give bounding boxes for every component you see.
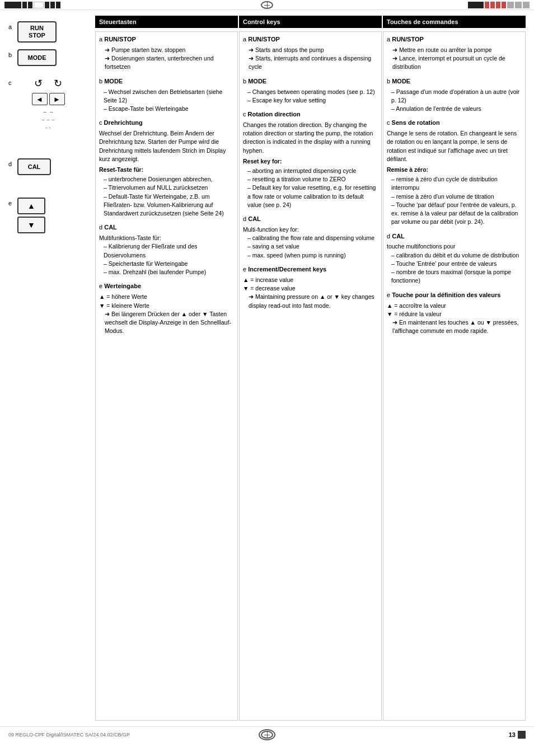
bar-block	[502, 2, 506, 8]
columns-header: Steuertasten Control keys Touches de com…	[95, 16, 526, 28]
top-bar-left	[0, 0, 65, 10]
english-a-item-2: ➜ Starts, interrupts and continues a dis…	[243, 54, 378, 71]
german-a-item-1: ➜ Pumpe starten bzw. stoppen	[99, 46, 234, 54]
english-c-sub-2: – resetting a titration volume to ZERO	[243, 175, 378, 184]
french-a-item-2: ➜ Lance, interrompt et poursuit un cycle…	[387, 54, 522, 71]
dir-dashes: – –	[43, 109, 53, 115]
dash-1: –	[43, 109, 46, 115]
down-triangle-icon: ▼	[27, 220, 35, 229]
french-e-title: e Touche pour la définition des valeurs	[387, 291, 522, 300]
french-c-sub-title: Remise à zéro:	[387, 166, 522, 174]
english-column: a RUN/STOP ➜ Starts and stops the pump ➜…	[239, 31, 382, 721]
german-d-body: Multifunktions-Taste für:	[99, 234, 234, 242]
cal-button[interactable]: CAL	[17, 158, 51, 175]
right-panel: Steuertasten Control keys Touches de com…	[87, 16, 534, 721]
tiny-dash-2: -	[49, 125, 51, 130]
inc-dec-panel: ▲ ▼	[17, 198, 45, 233]
english-section-d: d CAL Multi-function key for: – calibrat…	[243, 215, 378, 260]
increment-button[interactable]: ▲	[17, 198, 45, 214]
columns-body: a RUN/STOP ➜ Pumpe starten bzw. stoppen …	[95, 31, 526, 721]
top-bar	[0, 0, 534, 10]
english-c-sub-3: – Default key for value resetting, e.g. …	[243, 184, 378, 209]
label-e: e	[8, 198, 17, 206]
english-b-item-1: – Changes between operating modes (see p…	[243, 88, 378, 96]
dir-right-button[interactable]: ►	[49, 93, 65, 105]
german-c-sub-2: – Titriervolumen auf NULL zurücksetzen	[99, 184, 234, 192]
bar-block	[28, 2, 32, 8]
dir-tiny-dashes: - -	[46, 125, 51, 130]
dir-left-button[interactable]: ◄	[32, 93, 48, 105]
direction-panel: ↺ ↻ ◄ ► – – – – – - -	[17, 77, 79, 130]
row-a: a RUN STOP	[8, 21, 81, 43]
up-triangle-icon: ▲	[27, 201, 35, 210]
french-b-title: b MODE	[387, 77, 522, 86]
english-section-c: c Rotation direction Changes the rotatio…	[243, 110, 378, 209]
german-c-sub-1: – unterbrochene Dosierungen abbrechen,	[99, 175, 234, 184]
french-e-item-1: ▲ = accroître la valeur	[387, 302, 522, 310]
bar-block	[45, 2, 49, 8]
tiny-dash-1: -	[46, 125, 48, 130]
french-d-sub-3: – nombre de tours maximal (lorsque la po…	[387, 268, 522, 285]
french-b-item-2: – Annulation de l'entrée de valeurs	[387, 105, 522, 113]
row-c: c ↺ ↻ ◄ ► – – – – –	[8, 77, 81, 136]
footer-text: 09 REGLO-CPF Digital/ISMATEC SA/24.04.02…	[8, 732, 130, 738]
top-center-crosshair	[261, 1, 273, 9]
english-c-title: c Rotation direction	[243, 110, 378, 119]
german-d-sub-2: – Speichertaste für Werteingabe	[99, 260, 234, 268]
french-c-sub-2: – remise à zéro d'un volume de titration	[387, 192, 522, 201]
english-e-item-1: ▲ = increase value	[243, 276, 378, 284]
german-a-item-2: ➜ Dosierungen starten, unterbrechen und …	[99, 54, 234, 71]
french-e-item-2: ▼ = réduire la valeur	[387, 310, 522, 318]
french-b-item-1: – Passage d'un mode d'opération à un aut…	[387, 88, 522, 105]
french-section-a: a RUN/STOP ➜ Mettre en route ou arrêter …	[387, 35, 522, 72]
french-section-b: b MODE – Passage d'un mode d'opération à…	[387, 77, 522, 114]
english-d-sub-3: – max. speed (when pump is running)	[243, 251, 378, 260]
bar-block	[523, 2, 530, 8]
cw-arrow-icon[interactable]: ↻	[54, 77, 62, 90]
english-b-title: b MODE	[243, 77, 378, 86]
german-c-sub-3: – Default-Taste für Werteingabe, z.B. um…	[99, 192, 234, 218]
bottom-crosshair	[259, 729, 275, 740]
english-section-e: e Increment/Decrement keys ▲ = increase …	[243, 265, 378, 310]
ccw-arrow-icon[interactable]: ↺	[34, 77, 43, 90]
german-header: Steuertasten	[95, 16, 238, 28]
german-section-e: e Werteingabe ▲ = höhere Werte ▼ = klein…	[99, 282, 234, 335]
decrement-button[interactable]: ▼	[17, 217, 45, 233]
german-section-d: d CAL Multifunktions-Taste für: – Kalibr…	[99, 223, 234, 276]
top-bar-right	[463, 0, 534, 10]
bar-block	[468, 2, 484, 8]
english-header: Control keys	[239, 16, 382, 28]
row-e: e ▲ ▼	[8, 198, 81, 233]
german-b-item-2: – Escape-Taste bei Werteingabe	[99, 105, 234, 113]
french-c-sub-3: – Touche 'par défaut' pour l'entrée de v…	[387, 201, 522, 227]
footer: 09 REGLO-CPF Digital/ISMATEC SA/24.04.02…	[0, 726, 534, 742]
stop-label: STOP	[29, 32, 45, 39]
german-section-c: c Drehrichtung Wechsel der Drehrichtung.…	[99, 119, 234, 218]
german-section-a: a RUN/STOP ➜ Pumpe starten bzw. stoppen …	[99, 35, 234, 72]
english-e-item-2: ▼ = decrease value	[243, 284, 378, 293]
german-e-item-3: ➜ Bei längerem Drücken der ▲ oder ▼ Tast…	[99, 310, 234, 336]
small-dash-2: –	[46, 117, 49, 123]
german-e-item-2: ▼ = kleinere Werte	[99, 302, 234, 310]
english-section-a: a RUN/STOP ➜ Starts and stops the pump ➜…	[243, 35, 378, 72]
bar-block	[485, 2, 489, 8]
french-section-e: e Touche pour la définition des valeurs …	[387, 291, 522, 336]
german-section-b: b MODE – Wechsel zwischen den Betriebsar…	[99, 77, 234, 114]
run-stop-button[interactable]: RUN STOP	[17, 21, 57, 43]
mode-button[interactable]: MODE	[17, 49, 57, 66]
left-panel: a RUN STOP b MODE c ↺ ↻ ◄ ►	[0, 16, 87, 721]
german-e-title: e Werteingabe	[99, 282, 234, 291]
english-b-item-2: – Escape key for value setting	[243, 96, 378, 105]
german-column: a RUN/STOP ➜ Pumpe starten bzw. stoppen …	[95, 31, 238, 721]
english-a-item-1: ➜ Starts and stops the pump	[243, 46, 378, 54]
english-c-sub-1: – aborting an interrupted dispensing cyc…	[243, 167, 378, 175]
german-d-sub-1: – Kalibrierung der Fließrate und des Dos…	[99, 242, 234, 259]
french-a-title: a RUN/STOP	[387, 35, 522, 44]
german-d-title: d CAL	[99, 223, 234, 232]
main-content: a RUN STOP b MODE c ↺ ↻ ◄ ►	[0, 10, 534, 726]
german-a-title: a RUN/STOP	[99, 35, 234, 44]
english-d-sub-1: – calibrating the flow rate and dispensi…	[243, 234, 378, 242]
bar-block	[50, 2, 55, 8]
french-d-sub-2: – Touche 'Entrée' pour entrée de valeurs	[387, 260, 522, 268]
label-b: b	[8, 49, 17, 58]
